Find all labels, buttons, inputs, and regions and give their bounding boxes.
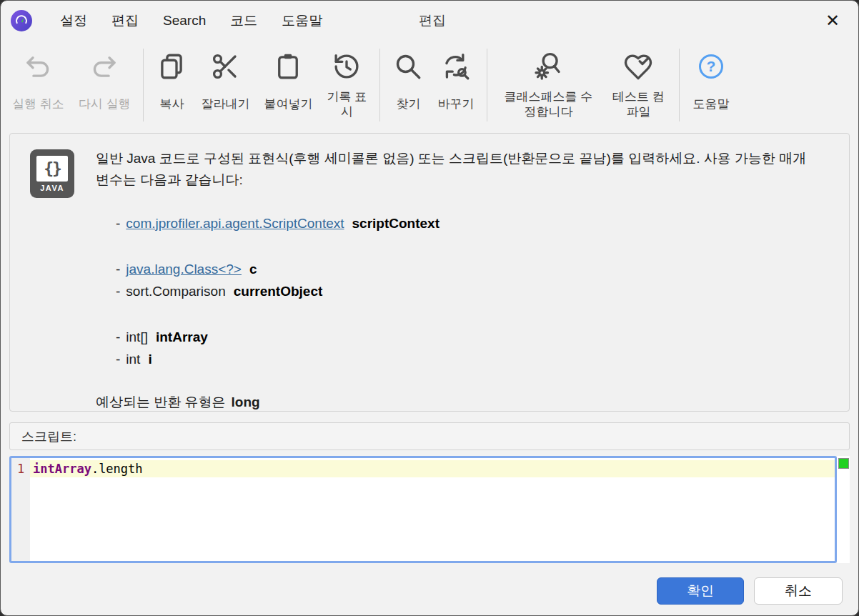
- copy-label: 복사: [159, 96, 184, 111]
- cut-label: 잘라내기: [201, 96, 249, 111]
- toolbar-separator: [679, 49, 680, 121]
- close-icon[interactable]: ✕: [820, 9, 845, 32]
- dialog-footer: 확인 취소: [1, 563, 858, 615]
- parameter-type: int[]: [126, 329, 148, 344]
- paste-button[interactable]: 붙여넣기: [257, 46, 319, 130]
- parameter-name: i: [148, 352, 152, 367]
- menu-edit[interactable]: 편집: [99, 7, 151, 34]
- code-identifier: intArray: [33, 462, 91, 476]
- return-type-prefix: 예상되는 반환 유형은: [96, 394, 226, 409]
- editor-row: 1 intArray.length: [9, 456, 850, 563]
- return-type-line: 예상되는 반환 유형은long: [96, 392, 830, 412]
- cut-button[interactable]: 잘라내기: [194, 46, 257, 130]
- replace-button[interactable]: 바꾸기: [430, 46, 481, 130]
- no-errors-status-indicator: [839, 459, 848, 468]
- parameter-name: currentObject: [234, 284, 323, 299]
- bullet: -: [116, 216, 120, 231]
- return-type-value: long: [232, 394, 260, 409]
- toolbar-separator: [379, 49, 380, 121]
- help-button[interactable]: ? 도움말: [685, 46, 736, 130]
- script-code-editor[interactable]: 1 intArray.length: [9, 456, 837, 563]
- line-number: 1: [17, 462, 24, 476]
- show-history-button[interactable]: 기록 표시: [319, 46, 374, 130]
- toolbar-separator: [143, 49, 144, 121]
- parameter-name: scriptContext: [352, 216, 440, 231]
- modify-classpath-button[interactable]: 클래스패스를 수정합니다: [493, 46, 603, 130]
- parameter-row-class: -java.lang.Class<?>c: [116, 258, 830, 280]
- bullet: -: [116, 352, 120, 367]
- parameter-type-link[interactable]: com.jprofiler.api.agent.ScriptContext: [126, 216, 344, 231]
- parameter-row-scriptcontext: -com.jprofiler.api.agent.ScriptContextsc…: [116, 212, 830, 234]
- menu-settings[interactable]: 설정: [48, 7, 99, 34]
- code-member-access: .length: [91, 462, 143, 476]
- parameter-type: int: [126, 352, 140, 367]
- line-number-gutter: 1: [11, 458, 30, 561]
- paste-label: 붙여넣기: [264, 96, 312, 111]
- code-line-1[interactable]: intArray.length: [30, 460, 835, 477]
- bullet: -: [116, 284, 120, 299]
- parameter-list: -com.jprofiler.api.agent.ScriptContextsc…: [116, 212, 830, 370]
- history-label: 기록 표시: [327, 89, 367, 120]
- code-area[interactable]: intArray.length: [30, 458, 835, 561]
- copy-icon: [157, 49, 187, 84]
- parameter-row-currentobject: -sort.ComparisoncurrentObject: [116, 280, 830, 302]
- java-icon-label: JAVA: [40, 184, 64, 192]
- toolbar-separator: [487, 49, 487, 121]
- redo-icon: [89, 49, 119, 84]
- info-panel: {} JAVA 일반 Java 코드로 구성된 표현식(후행 세미콜론 없음) …: [9, 133, 850, 412]
- script-label: 스크립트:: [21, 428, 76, 445]
- jprofiler-app-icon: [11, 10, 32, 31]
- classpath-gear-magnifier-icon: [533, 49, 563, 84]
- script-label-panel: 스크립트:: [9, 422, 850, 450]
- error-stripe: [837, 456, 850, 563]
- toolbar: 실행 취소 다시 실행 복사 잘라내기 붙여넣기: [1, 40, 858, 130]
- parameter-row-intarray: -int[]intArray: [116, 326, 830, 348]
- java-braces-glyph: {}: [36, 156, 68, 182]
- search-icon: [393, 49, 423, 84]
- help-label: 도움말: [692, 96, 729, 111]
- info-body: 일반 Java 코드로 구성된 표현식(후행 세미콜론 없음) 또는 스크립트(…: [96, 148, 830, 411]
- titlebar: 설정 편집 Search 코드 도움말 편집 ✕: [1, 1, 858, 40]
- redo-label: 다시 실행: [79, 96, 131, 111]
- classpath-label: 클래스패스를 수정합니다: [500, 89, 596, 120]
- copy-button[interactable]: 복사: [149, 46, 194, 130]
- bullet: -: [116, 262, 120, 277]
- undo-icon: [23, 49, 53, 84]
- help-icon: ?: [699, 49, 723, 84]
- parameter-type-link[interactable]: java.lang.Class<?>: [126, 262, 242, 277]
- menu-search[interactable]: Search: [151, 9, 218, 33]
- find-label: 찾기: [396, 96, 420, 111]
- cancel-button[interactable]: 취소: [754, 577, 843, 605]
- find-button[interactable]: 찾기: [386, 46, 430, 130]
- replace-label: 바꾸기: [437, 96, 474, 111]
- history-icon: [332, 49, 362, 84]
- script-editor-dialog: 설정 편집 Search 코드 도움말 편집 ✕ 실행 취소 다시 실행 복사: [0, 0, 859, 616]
- parameter-row-i: -inti: [116, 348, 830, 370]
- heart-check-icon: [623, 49, 653, 84]
- parameter-type: sort.Comparison: [126, 284, 225, 299]
- redo-button[interactable]: 다시 실행: [71, 46, 138, 130]
- menu-help[interactable]: 도움말: [269, 7, 334, 34]
- java-code-icon: {} JAVA: [30, 149, 74, 198]
- parameter-name: intArray: [156, 329, 208, 344]
- test-compile-label: 테스트 컴파일: [610, 89, 666, 120]
- cut-icon: [210, 49, 240, 84]
- parameter-name: c: [249, 262, 257, 277]
- undo-button[interactable]: 실행 취소: [5, 46, 71, 130]
- paste-icon: [273, 49, 303, 84]
- bullet: -: [116, 329, 120, 344]
- undo-label: 실행 취소: [12, 96, 64, 111]
- window-title: 편집: [419, 1, 446, 40]
- menu-code[interactable]: 코드: [218, 7, 269, 34]
- intro-text: 일반 Java 코드로 구성된 표현식(후행 세미콜론 없음) 또는 스크립트(…: [96, 148, 818, 191]
- replace-icon: [441, 49, 471, 84]
- ok-button[interactable]: 확인: [657, 577, 744, 605]
- test-compile-button[interactable]: 테스트 컴파일: [603, 46, 673, 130]
